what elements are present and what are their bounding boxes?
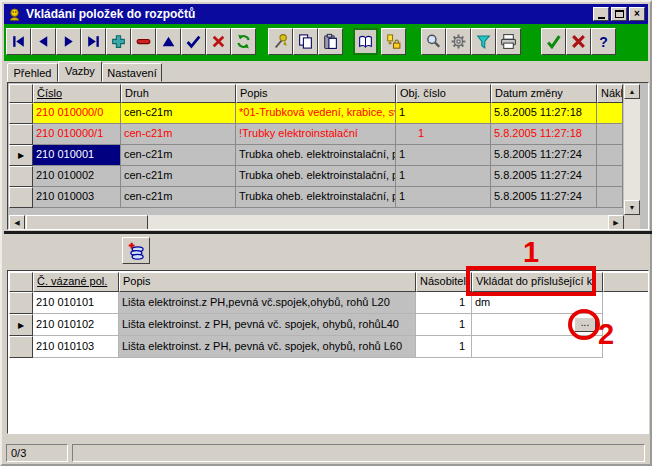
scrollbar-thumb[interactable] — [26, 215, 148, 230]
row-indicator-current: ▶ — [9, 145, 33, 166]
next-record-button[interactable] — [56, 28, 81, 55]
scroll-left-button[interactable]: ◀ — [9, 215, 25, 230]
minus-icon — [135, 33, 152, 50]
table-row-selected[interactable]: ▶ 210 010001 cen-c21m Trubka oheb. elekt… — [9, 145, 623, 166]
help-button[interactable]: ? — [591, 28, 616, 55]
title-bar[interactable]: Vkládání položek do rozpočtů × — [4, 4, 648, 24]
column-header-druh[interactable]: Druh — [121, 84, 236, 103]
scrollbar-corner — [624, 215, 640, 230]
column-header-nasobitel[interactable]: Násobitel — [416, 272, 472, 292]
row-indicator — [9, 103, 33, 124]
row-indicator — [9, 187, 33, 208]
header-filler — [603, 272, 649, 292]
panel-separator — [4, 231, 652, 234]
column-header-popis[interactable]: Popis — [119, 272, 416, 292]
insert-record-button[interactable] — [106, 28, 131, 55]
last-record-button[interactable] — [81, 28, 106, 55]
question-mark-icon: ? — [599, 34, 608, 50]
status-record-counter: 0/3 — [6, 444, 68, 462]
row-indicator — [9, 292, 33, 314]
upper-grid-vertical-scrollbar[interactable]: ▲ ▼ — [624, 84, 640, 215]
tab-nastaveni[interactable]: Nastavení — [102, 63, 162, 82]
window-title: Vkládání položek do rozpočtů — [26, 7, 591, 21]
cancel-edit-button[interactable] — [206, 28, 231, 55]
table-row[interactable]: 210 010103 Lišta elektroinst. z PH, pevn… — [9, 336, 603, 358]
arrow-up-icon: ▲ — [629, 88, 636, 95]
column-header-vkladat[interactable]: Vkládat do příslušející k — [472, 272, 603, 292]
linked-items-grid: Č. vázané pol. Popis Násobitel Vkládat d… — [7, 270, 649, 434]
triangle-up-icon — [160, 33, 177, 50]
red-x-icon — [570, 33, 587, 50]
lock-icon — [385, 33, 402, 50]
search-icon — [425, 33, 442, 50]
pin-icon — [272, 33, 289, 50]
header-indicator-cell — [9, 272, 33, 292]
app-icon — [7, 7, 22, 22]
paste-button[interactable] — [318, 28, 343, 55]
scroll-down-button[interactable]: ▼ — [624, 200, 640, 215]
post-edit-button[interactable] — [181, 28, 206, 55]
add-records-icon — [126, 241, 146, 261]
row-indicator — [9, 336, 33, 358]
budget-items-grid: Číslo Druh Popis Obj. číslo Datum změny … — [7, 82, 649, 230]
lock-button[interactable] — [381, 28, 406, 55]
last-record-icon — [85, 33, 102, 50]
column-header-datum-zmeny[interactable]: Datum změny — [491, 84, 597, 103]
column-header-nakl[interactable]: Nákl — [597, 84, 623, 103]
annotation-step-1: 1 — [523, 236, 539, 269]
paste-icon — [322, 33, 339, 50]
scroll-right-button[interactable]: ▶ — [608, 215, 624, 230]
column-header-popis[interactable]: Popis — [236, 84, 396, 103]
open-book-icon — [357, 33, 374, 50]
arrow-down-icon: ▼ — [629, 204, 636, 211]
copy-button[interactable] — [293, 28, 318, 55]
maximize-button[interactable] — [611, 7, 627, 21]
column-header-obj-cislo[interactable]: Obj. číslo — [396, 84, 491, 103]
status-message-panel — [72, 444, 645, 462]
edit-record-button[interactable] — [156, 28, 181, 55]
table-row[interactable]: 210 010002 cen-c21m Trubka oheb. elektro… — [9, 166, 623, 187]
funnel-icon — [475, 33, 492, 50]
settings-button[interactable] — [446, 28, 471, 55]
lower-grid-header: Č. vázané pol. Popis Násobitel Vkládat d… — [9, 272, 649, 292]
minimize-button[interactable] — [593, 7, 609, 21]
delete-record-button[interactable] — [131, 28, 156, 55]
tab-vazby[interactable]: Vazby — [58, 61, 102, 82]
row-indicator — [9, 166, 33, 187]
filter-button[interactable] — [471, 28, 496, 55]
search-button[interactable] — [421, 28, 446, 55]
minimize-icon — [598, 17, 605, 19]
table-row-selected[interactable]: ▶ 210 010102 Lišta elektroinst. z PH, pe… — [9, 314, 603, 336]
close-icon: × — [634, 9, 640, 19]
main-toolbar: ? — [4, 24, 648, 61]
refresh-icon — [235, 33, 252, 50]
green-check-icon — [545, 33, 562, 50]
confirm-button[interactable] — [541, 28, 566, 55]
arrow-right-icon: ▶ — [613, 219, 618, 226]
arrow-left-icon: ◀ — [14, 219, 19, 226]
column-header-vazane-pol[interactable]: Č. vázané pol. — [33, 272, 119, 292]
first-record-button[interactable] — [6, 28, 31, 55]
table-row[interactable]: 210 010101 Lišta elektroinst.z PH,pevná … — [9, 292, 603, 314]
close-form-button[interactable] — [566, 28, 591, 55]
close-button[interactable]: × — [629, 7, 645, 21]
table-row[interactable]: 210 010003 cen-c21m Trubka oheb. elektro… — [9, 187, 623, 208]
print-button[interactable] — [496, 28, 521, 55]
upper-grid-horizontal-scrollbar[interactable]: ◀ ▶ — [9, 215, 624, 230]
ellipsis-lookup-button[interactable]: ... — [574, 317, 596, 332]
row-indicator — [9, 124, 33, 145]
tab-prehled[interactable]: Přehled — [7, 63, 58, 82]
browse-book-button[interactable] — [353, 28, 378, 55]
refresh-button[interactable] — [231, 28, 256, 55]
column-header-cislo[interactable]: Číslo — [33, 84, 121, 103]
table-row[interactable]: 210 010000/0 cen-c21m *01-Trubková veden… — [9, 103, 623, 124]
copy-icon — [297, 33, 314, 50]
upper-grid-header: Číslo Druh Popis Obj. číslo Datum změny … — [9, 84, 623, 103]
previous-record-button[interactable] — [31, 28, 56, 55]
table-row[interactable]: 210 010000/1 cen-c21m !Trubky elektroins… — [9, 124, 623, 145]
next-record-icon — [60, 33, 77, 50]
add-linked-item-button[interactable] — [122, 237, 150, 264]
pin-button[interactable] — [268, 28, 293, 55]
printer-icon — [500, 33, 517, 50]
scroll-up-button[interactable]: ▲ — [624, 84, 640, 99]
